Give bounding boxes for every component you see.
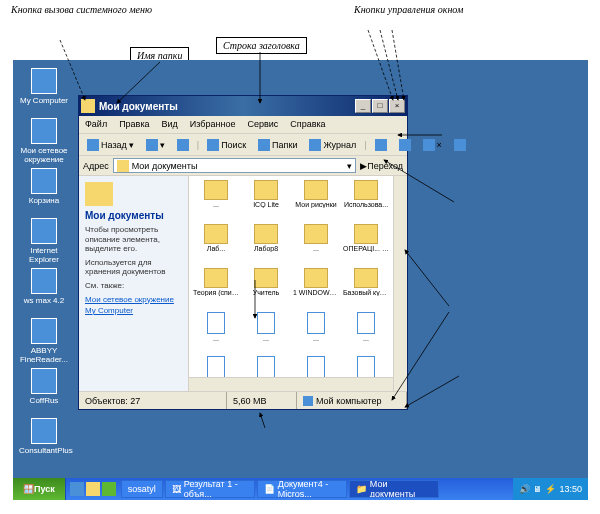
file-name: Лаб... <box>193 245 239 252</box>
file-item[interactable]: ... <box>293 312 339 354</box>
system-menu-icon[interactable] <box>81 99 95 113</box>
back-button[interactable]: Назад ▾ <box>83 138 138 152</box>
side-link-1[interactable]: Мои сетевое окружение <box>85 295 182 304</box>
tray-icon[interactable]: 🔊 <box>519 484 530 494</box>
desktop-icon-image <box>31 118 57 144</box>
file-item[interactable]: Лабор8 <box>243 224 289 266</box>
desktop-icon[interactable]: CoffRus <box>19 368 69 405</box>
file-item[interactable]: Лаб... <box>193 224 239 266</box>
menu-favorites[interactable]: Избранное <box>188 118 238 131</box>
file-item[interactable]: ОПЕРАЦI... СИСТЕМА ... <box>343 224 389 266</box>
task-button[interactable]: 🖼Результат 1 - объя... <box>165 480 255 498</box>
statusbar: Объектов: 27 5,60 MB Мой компьютер <box>79 391 407 409</box>
side-link-2[interactable]: My Computer <box>85 306 182 315</box>
titlebar[interactable]: Мои документы _ □ × <box>79 96 407 116</box>
file-grid[interactable]: ...ICQ LiteМои рисункиИспользова...Лаб..… <box>189 176 407 391</box>
folder-icon <box>204 224 228 244</box>
minimize-button[interactable]: _ <box>355 99 371 113</box>
file-item[interactable]: Базовый курс ПК Часть 1 <box>343 268 389 310</box>
file-item[interactable]: ... <box>193 180 239 222</box>
start-button[interactable]: 🪟 Пуск <box>13 478 66 500</box>
desktop-icon-label: Internet Explorer <box>19 246 69 264</box>
ql-icon[interactable] <box>86 482 100 496</box>
file-item[interactable]: Теория (список) <box>193 268 239 310</box>
tray-icon[interactable]: ⚡ <box>545 484 556 494</box>
file-name: Учитель <box>243 289 289 296</box>
status-location: Мой компьютер <box>297 392 407 409</box>
task-button[interactable]: 📄Документ4 - Micros... <box>257 480 347 498</box>
ann-titlebar: Строка заголовка <box>216 37 307 54</box>
file-name: ... <box>193 201 239 208</box>
desktop: My ComputerМои сетевое окружениеКорзинаI… <box>13 60 588 500</box>
document-icon <box>207 356 225 378</box>
journal-button[interactable]: Журнал <box>305 138 360 152</box>
address-bar: Адрес Мои документы▾ ▶Переход <box>79 156 407 176</box>
folder-icon <box>304 180 328 200</box>
copy-button[interactable] <box>395 138 415 152</box>
task-button-active[interactable]: 📁Мои документы <box>349 480 439 498</box>
folder-icon <box>304 268 328 288</box>
move-button[interactable] <box>371 138 391 152</box>
folder-icon <box>304 224 328 244</box>
folders-button[interactable]: Папки <box>254 138 301 152</box>
document-icon <box>357 356 375 378</box>
file-item[interactable]: ... <box>243 312 289 354</box>
menu-tools[interactable]: Сервис <box>245 118 280 131</box>
undo-button[interactable] <box>450 138 470 152</box>
ann-winctrl: Кнопки управления окном <box>348 2 469 17</box>
folder-icon <box>254 268 278 288</box>
search-button[interactable]: Поиск <box>203 138 250 152</box>
task-button[interactable]: sosatyl <box>121 480 163 498</box>
desktop-icon[interactable]: My Computer <box>19 68 69 105</box>
close-button[interactable]: × <box>389 99 405 113</box>
ql-icon[interactable] <box>102 482 116 496</box>
file-item[interactable]: Использова... <box>343 180 389 222</box>
file-name: ... <box>293 245 339 252</box>
go-button[interactable]: ▶Переход <box>360 161 403 171</box>
folder-icon <box>354 180 378 200</box>
desktop-icon-label: ws max 4.2 <box>19 296 69 305</box>
horizontal-scrollbar[interactable] <box>189 377 393 391</box>
folder-icon <box>204 268 228 288</box>
system-tray[interactable]: 🔊 🖥 ⚡ 13:50 <box>513 478 588 500</box>
file-item[interactable]: 1 WINDOWS 98 В ВОПР... <box>293 268 339 310</box>
side-hint: Чтобы просмотреть описание элемента, выд… <box>85 225 182 254</box>
desktop-icon[interactable]: Internet Explorer <box>19 218 69 264</box>
file-item[interactable]: Мои рисунки <box>293 180 339 222</box>
file-name: Лабор8 <box>243 245 289 252</box>
menu-help[interactable]: Справка <box>288 118 327 131</box>
menu-edit[interactable]: Правка <box>117 118 151 131</box>
desktop-icon[interactable]: ConsultantPlus <box>19 418 69 455</box>
menu-view[interactable]: Вид <box>160 118 180 131</box>
forward-button[interactable]: ▾ <box>142 138 169 152</box>
toolbar: Назад ▾ ▾ | Поиск Папки Журнал | × <box>79 134 407 156</box>
up-button[interactable] <box>173 138 193 152</box>
ann-sysmenu: Кнопка вызова системного меню <box>5 2 158 17</box>
desktop-icon[interactable]: Мои сетевое окружение <box>19 118 69 164</box>
maximize-button[interactable]: □ <box>372 99 388 113</box>
ql-icon[interactable] <box>70 482 84 496</box>
clock: 13:50 <box>559 484 582 494</box>
menu-file[interactable]: Файл <box>83 118 109 131</box>
tray-icon[interactable]: 🖥 <box>533 484 542 494</box>
file-item[interactable]: ... <box>293 224 339 266</box>
side-desc: Используется для хранения документов <box>85 258 182 277</box>
file-item[interactable]: ... <box>193 312 239 354</box>
desktop-icon[interactable]: ABBYY FineReader... <box>19 318 69 364</box>
address-field[interactable]: Мои документы▾ <box>113 158 356 173</box>
vertical-scrollbar[interactable] <box>393 176 407 391</box>
file-name: ICQ Lite <box>243 201 289 208</box>
desktop-icon-image <box>31 318 57 344</box>
file-item[interactable]: ... <box>343 312 389 354</box>
desktop-icon-image <box>31 218 57 244</box>
delete-button[interactable]: × <box>419 138 446 152</box>
desktop-icon[interactable]: Корзина <box>19 168 69 205</box>
desktop-icon[interactable]: ws max 4.2 <box>19 268 69 305</box>
desktop-icon-label: Мои сетевое окружение <box>19 146 69 164</box>
folder-icon <box>354 268 378 288</box>
folder-icon <box>354 224 378 244</box>
side-heading: Мои документы <box>85 210 182 221</box>
status-size: 5,60 MB <box>227 392 297 409</box>
file-item[interactable]: Учитель <box>243 268 289 310</box>
file-item[interactable]: ICQ Lite <box>243 180 289 222</box>
